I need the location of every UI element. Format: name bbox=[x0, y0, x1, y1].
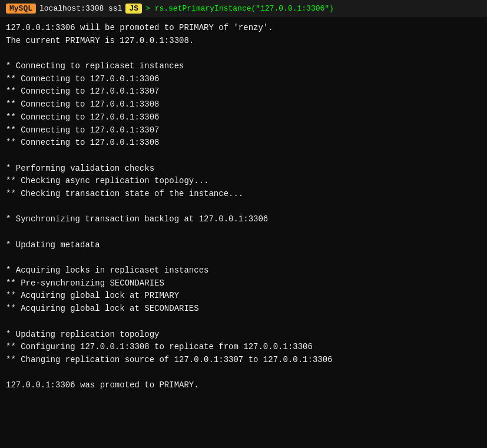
terminal-line: ** Connecting to 127.0.0.1:3306 bbox=[6, 111, 481, 124]
terminal-line: ** Connecting to 127.0.0.1:3308 bbox=[6, 137, 481, 150]
terminal-line: ** Connecting to 127.0.0.1:3306 bbox=[6, 73, 481, 86]
terminal-body: 127.0.0.1:3306 will be promoted to PRIMA… bbox=[0, 17, 487, 398]
terminal-blank-line bbox=[6, 251, 481, 264]
terminal-blank-line bbox=[6, 226, 481, 239]
js-badge: JS bbox=[125, 4, 142, 14]
terminal-blank-line bbox=[6, 201, 481, 214]
terminal-line: 127.0.0.1:3306 was promoted to PRIMARY. bbox=[6, 379, 481, 392]
terminal-line: ** Pre-synchronizing SECONDARIES bbox=[6, 277, 481, 290]
terminal-line: * Updating replication topology bbox=[6, 328, 481, 341]
terminal-window: MySQL localhost:3308 ssl JS > rs.setPrim… bbox=[0, 0, 487, 448]
terminal-line: * Synchronizing transaction backlog at 1… bbox=[6, 213, 481, 226]
terminal-line: ** Checking async replication topology..… bbox=[6, 175, 481, 188]
terminal-line: ** Acquiring global lock at PRIMARY bbox=[6, 290, 481, 303]
terminal-line: ** Changing replication source of 127.0.… bbox=[6, 354, 481, 367]
terminal-line: ** Connecting to 127.0.0.1:3308 bbox=[6, 98, 481, 111]
terminal-line: ** Acquiring global lock at SECONDARIES bbox=[6, 303, 481, 316]
prompt-text: > rs.setPrimaryInstance("127.0.0.1:3306"… bbox=[142, 4, 334, 13]
terminal-line: * Performing validation checks bbox=[6, 162, 481, 175]
terminal-line: ** Checking transaction state of the ins… bbox=[6, 188, 481, 201]
terminal-line: The current PRIMARY is 127.0.0.1:3308. bbox=[6, 35, 481, 48]
terminal-blank-line bbox=[6, 150, 481, 162]
terminal-line: 127.0.0.1:3306 will be promoted to PRIMA… bbox=[6, 22, 481, 35]
terminal-blank-line bbox=[6, 316, 481, 328]
host-label: localhost:3308 ssl bbox=[36, 4, 125, 14]
mysql-badge: MySQL bbox=[6, 4, 36, 14]
terminal-header: MySQL localhost:3308 ssl JS > rs.setPrim… bbox=[0, 0, 487, 17]
terminal-blank-line bbox=[6, 47, 481, 60]
terminal-blank-line bbox=[6, 367, 481, 380]
terminal-line: ** Configuring 127.0.0.1:3308 to replica… bbox=[6, 341, 481, 354]
terminal-line: * Connecting to replicaset instances bbox=[6, 60, 481, 73]
terminal-line: * Acquiring locks in replicaset instance… bbox=[6, 264, 481, 277]
terminal-line: * Updating metadata bbox=[6, 239, 481, 252]
terminal-line: ** Connecting to 127.0.0.1:3307 bbox=[6, 85, 481, 98]
terminal-line: ** Connecting to 127.0.0.1:3307 bbox=[6, 124, 481, 137]
